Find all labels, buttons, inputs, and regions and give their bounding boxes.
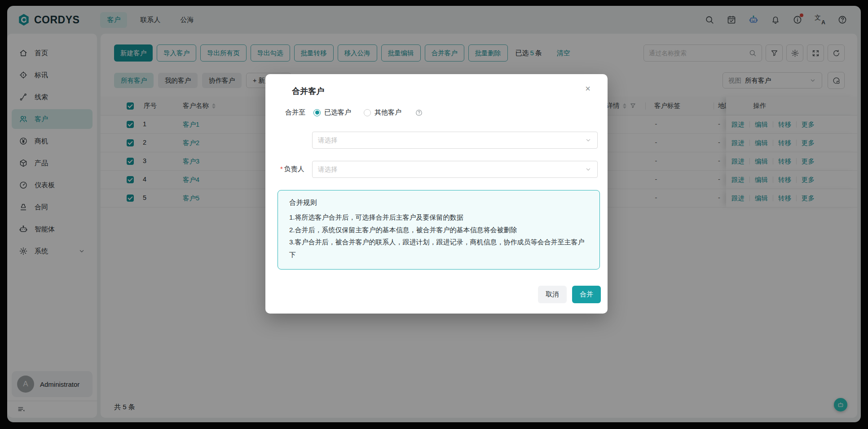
select-placeholder: 请选择: [318, 136, 338, 145]
close-icon[interactable]: ×: [585, 84, 590, 93]
question-circle-icon[interactable]: [415, 109, 423, 117]
rule-line-2: 2.合并后，系统仅保留主客户的基本信息，被合并客户的基本信息将会被删除: [289, 224, 588, 236]
main-customer-select[interactable]: 请选择: [312, 132, 598, 149]
select-placeholder: 请选择: [318, 165, 338, 174]
merge-customers-dialog: 合并客户 × 合并至 已选客户 其他客户 请选择 *负责人 请选择 合并规则 1…: [265, 74, 608, 314]
required-mark: *: [280, 165, 283, 172]
radio-on-icon: [313, 109, 321, 116]
merge-to-label: 合并至: [285, 108, 305, 117]
merge-to-row: 合并至 已选客户 其他客户: [285, 108, 423, 117]
chevron-down-icon: [585, 137, 592, 144]
radio-off-icon: [364, 109, 371, 116]
owner-select[interactable]: 请选择: [312, 161, 598, 178]
rules-title: 合并规则: [289, 198, 588, 208]
radio-label: 其他客户: [375, 108, 401, 117]
cancel-button[interactable]: 取消: [538, 286, 567, 303]
radio-selected-customer[interactable]: 已选客户: [313, 108, 351, 117]
owner-label: *负责人: [280, 165, 304, 173]
rule-line-1: 1.将所选客户合并后，可选择合并后主客户及要保留的数据: [289, 211, 588, 224]
chevron-down-icon: [585, 166, 592, 173]
dialog-title: 合并客户: [292, 86, 324, 97]
dialog-footer: 取消 合并: [538, 286, 601, 303]
radio-other-customer[interactable]: 其他客户: [364, 108, 401, 117]
rule-line-3: 3.客户合并后，被合并客户的联系人，跟进计划，跟进记录，商机信息，协作成员等会合…: [289, 236, 588, 261]
merge-rules-box: 合并规则 1.将所选客户合并后，可选择合并后主客户及要保留的数据 2.合并后，系…: [278, 190, 600, 270]
radio-label: 已选客户: [324, 108, 351, 117]
merge-confirm-button[interactable]: 合并: [572, 286, 601, 303]
